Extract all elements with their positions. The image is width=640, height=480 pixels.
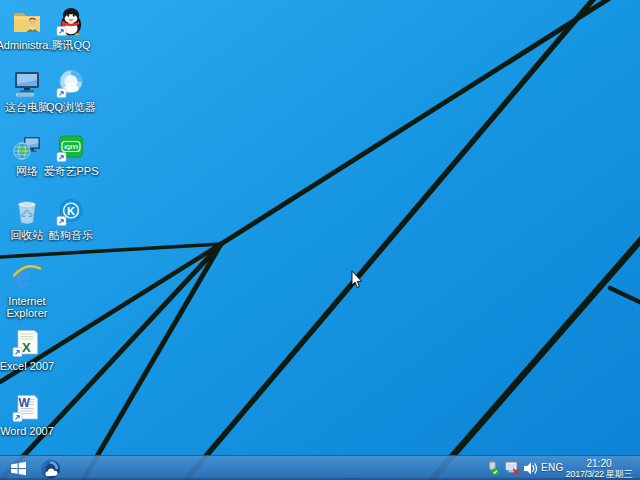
kugou-music-icon: K [55, 195, 87, 227]
desktop-icon-label: Internet Explorer [0, 295, 56, 319]
desktop-icon-excel-2007[interactable]: X Excel 2007 [0, 326, 65, 372]
clock-date: 2017/3/22 星期三 [562, 469, 636, 479]
clock-time: 21:20 [562, 458, 636, 469]
tencent-qq-icon [55, 5, 87, 37]
desktop-icon-label: 酷狗音乐 [33, 229, 109, 241]
desktop-icon-label: Word 2007 [0, 425, 65, 437]
svg-text:W: W [19, 396, 31, 410]
volume-icon[interactable] [523, 461, 538, 476]
desktop-icon-iqiyi-pps[interactable]: iQIYI 爱奇艺PPS [33, 131, 109, 177]
qq-browser-icon [55, 67, 87, 99]
shortcut-arrow-overlay [57, 153, 66, 162]
iqiyi-pps-icon: iQIYI [55, 131, 87, 163]
desktop-icon-qq-browser[interactable]: QQ浏览器 [33, 67, 109, 113]
excel-2007-icon: X [11, 326, 43, 358]
desktop-icon-label: 爱奇艺PPS [33, 165, 109, 177]
desktop[interactable]: Administra... 腾讯QQ 这台电脑 QQ浏览器 网络 iQIYI 爱… [0, 0, 640, 480]
qq-browser-taskbar-icon [39, 458, 62, 480]
svg-text:K: K [67, 205, 75, 217]
desktop-icon-label: 腾讯QQ [33, 39, 109, 51]
language-indicator[interactable]: ENG [541, 462, 564, 473]
taskbar-app-qq-browser[interactable] [38, 457, 63, 480]
tray-clock[interactable]: 21:20 2017/3/22 星期三 [562, 458, 636, 479]
shortcut-arrow-overlay [57, 27, 66, 36]
desktop-icon-kugou-music[interactable]: K 酷狗音乐 [33, 195, 109, 241]
network-status-icon[interactable] [505, 461, 520, 476]
desktop-icon-internet-explorer[interactable]: e Internet Explorer [0, 261, 65, 319]
desktop-icon-label: Excel 2007 [0, 360, 65, 372]
taskbar: ENG 21:20 2017/3/22 星期三 [0, 455, 640, 480]
internet-explorer-icon: e [11, 261, 43, 293]
shortcut-arrow-overlay [57, 217, 66, 226]
shortcut-arrow-overlay [13, 348, 22, 357]
svg-text:X: X [22, 340, 31, 355]
shortcut-arrow-overlay [13, 413, 22, 422]
svg-text:iQIYI: iQIYI [64, 144, 78, 150]
desktop-icon-word-2007[interactable]: W Word 2007 [0, 391, 65, 437]
safely-remove-hardware-icon[interactable] [485, 461, 500, 476]
start-button[interactable] [7, 459, 29, 478]
desktop-icon-label: QQ浏览器 [33, 101, 109, 113]
word-2007-icon: W [11, 391, 43, 423]
windows-logo-icon [10, 460, 27, 477]
shortcut-arrow-overlay [57, 89, 66, 98]
desktop-icon-tencent-qq[interactable]: 腾讯QQ [33, 5, 109, 51]
